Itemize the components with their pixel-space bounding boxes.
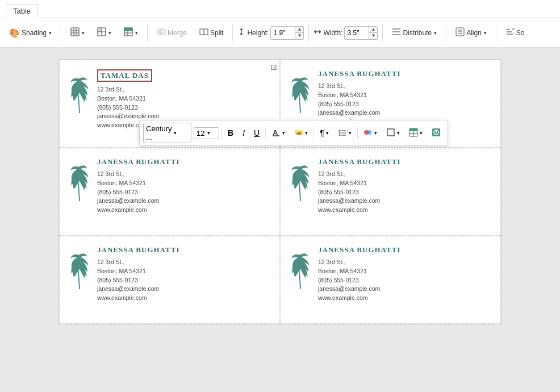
svg-text:ab: ab xyxy=(296,131,302,136)
content-area: Century ... ▾ 12 ▾ B I U A xyxy=(0,48,560,392)
bold-label: B xyxy=(228,128,233,137)
svg-point-38 xyxy=(338,134,340,136)
table-grid-button-2[interactable]: ▾ xyxy=(93,25,116,40)
bold-button[interactable]: B xyxy=(224,127,237,139)
svg-rect-31 xyxy=(273,135,279,136)
sep5 xyxy=(382,24,383,41)
border-button[interactable]: ▾ xyxy=(383,126,403,140)
split-button[interactable]: Split xyxy=(195,25,228,40)
height-spinners: ▲ ▼ xyxy=(295,27,303,39)
shading-button[interactable]: 🎨 Shading ▾ xyxy=(5,26,56,40)
sort-icon xyxy=(505,27,515,38)
height-input-wrap: ▲ ▼ xyxy=(270,26,304,40)
border-icon xyxy=(386,128,395,139)
sort-button[interactable]: So xyxy=(501,25,529,40)
list-icon xyxy=(338,128,347,139)
sparkline-icon xyxy=(432,128,441,139)
font-size-select[interactable]: 12 ▾ xyxy=(194,127,219,139)
distribute-label: Distribute xyxy=(403,29,432,37)
table-format-button[interactable]: ▾ xyxy=(406,126,426,140)
svg-point-42 xyxy=(366,131,369,134)
table-grid-chevron-icon: ▾ xyxy=(82,30,85,36)
label-address-5: 12 3rd St., Boston, MA 54321 (805) 555-0… xyxy=(97,258,270,303)
font-family-select[interactable]: Century ... ▾ xyxy=(143,123,191,143)
underline-label: U xyxy=(254,128,260,137)
table-grid-button-1[interactable]: ▾ xyxy=(66,25,89,40)
svg-point-34 xyxy=(338,130,340,131)
color-theme-button[interactable]: ▾ xyxy=(360,126,381,140)
align-button[interactable]: Align ▾ xyxy=(451,25,491,40)
svg-rect-10 xyxy=(124,28,132,31)
merge-button[interactable]: Merge xyxy=(152,25,191,40)
distribute-chevron-icon: ▾ xyxy=(434,30,437,36)
sep2 xyxy=(147,24,148,41)
label-name-1[interactable]: Tamal Das xyxy=(97,69,152,82)
table-format-chevron-icon: ▾ xyxy=(420,130,423,136)
height-spin-up[interactable]: ▲ xyxy=(295,27,303,33)
label-name-3[interactable]: JANESSA BUGHATTI xyxy=(97,157,270,166)
paragraph-style-icon: ¶ xyxy=(320,128,324,137)
sep7 xyxy=(496,24,496,41)
label-address-4: 12 3rd St., Boston, MA 54321 (805) 555-0… xyxy=(318,170,491,215)
label-cell-4[interactable]: JANESSA BUGHATTI 12 3rd St., Boston, MA … xyxy=(280,148,501,236)
sort-label: So xyxy=(516,29,525,37)
ft-sep1 xyxy=(222,127,222,139)
sparkline-button[interactable] xyxy=(428,126,444,140)
align-icon xyxy=(455,27,465,38)
label-content-4: JANESSA BUGHATTI 12 3rd St., Boston, MA … xyxy=(318,157,491,215)
underline-button[interactable]: U xyxy=(250,127,263,139)
width-spin-up[interactable]: ▲ xyxy=(369,27,377,33)
width-input[interactable] xyxy=(345,27,369,39)
svg-rect-43 xyxy=(387,129,394,136)
merge-label: Merge xyxy=(168,29,187,37)
italic-button[interactable]: I xyxy=(239,127,248,139)
highlight-chevron-icon: ▾ xyxy=(305,130,308,136)
align-label: Align xyxy=(466,29,482,37)
svg-rect-6 xyxy=(98,28,101,31)
width-spin-down[interactable]: ▼ xyxy=(369,33,377,39)
label-name-5[interactable]: JANESSA BUGHATTI xyxy=(97,245,270,255)
label-name-4[interactable]: JANESSA BUGHATTI xyxy=(318,157,491,166)
height-input[interactable] xyxy=(271,27,295,39)
sep1 xyxy=(61,24,61,41)
text-color-icon: A xyxy=(271,128,281,139)
label-cell-6[interactable]: JANESSA BUGHATTI 12 3rd St., Boston, MA … xyxy=(280,236,501,324)
text-color-button[interactable]: A ▾ xyxy=(268,126,289,140)
paragraph-style-button[interactable]: ¶ ▾ xyxy=(316,127,332,139)
resize-handle[interactable]: ⊡ xyxy=(270,62,277,72)
label-cell-3[interactable]: JANESSA BUGHATTI 12 3rd St., Boston, MA … xyxy=(59,148,280,236)
label-name-2[interactable]: JANESSA BUGHATTI xyxy=(318,69,491,78)
svg-rect-14 xyxy=(157,32,161,35)
highlight-icon: ab xyxy=(294,128,303,139)
list-button[interactable]: ▾ xyxy=(335,126,355,140)
height-icon xyxy=(237,28,245,37)
table-grid-icon-1 xyxy=(70,27,80,38)
sep6 xyxy=(446,24,446,41)
label-name-6[interactable]: JANESSA BUGHATTI xyxy=(318,245,491,255)
label-cell-5[interactable]: JANESSA BUGHATTI 12 3rd St., Boston, MA … xyxy=(59,236,280,324)
align-chevron-icon: ▾ xyxy=(484,30,487,36)
italic-label: I xyxy=(243,128,245,137)
tab-label: Table xyxy=(13,7,31,15)
label-content-6: JANESSA BUGHATTI 12 3rd St., Boston, MA … xyxy=(318,245,491,303)
color-theme-chevron-icon: ▾ xyxy=(374,130,377,136)
label-content-3: JANESSA BUGHATTI 12 3rd St., Boston, MA … xyxy=(97,157,270,215)
border-chevron-icon: ▾ xyxy=(397,130,400,136)
para-chevron-icon: ▾ xyxy=(326,130,329,136)
table-style-button[interactable]: ▾ xyxy=(119,25,143,40)
svg-rect-13 xyxy=(157,29,161,31)
table-tab[interactable]: Table xyxy=(6,4,38,18)
split-icon xyxy=(199,27,208,38)
highlight-button[interactable]: ab ▾ xyxy=(291,126,311,140)
label-content-5: JANESSA BUGHATTI 12 3rd St., Boston, MA … xyxy=(97,245,270,303)
split-label: Split xyxy=(210,29,223,37)
merge-icon xyxy=(157,27,166,38)
svg-rect-15 xyxy=(161,29,165,35)
width-spinners: ▲ ▼ xyxy=(369,27,377,39)
height-field: Height: ▲ ▼ xyxy=(237,26,304,40)
distribute-button[interactable]: Distribute ▾ xyxy=(387,25,441,40)
font-size-value: 12 xyxy=(197,129,206,137)
height-spin-down[interactable]: ▼ xyxy=(295,33,303,39)
ft-sep4 xyxy=(357,127,358,139)
height-label: Height: xyxy=(247,29,269,37)
